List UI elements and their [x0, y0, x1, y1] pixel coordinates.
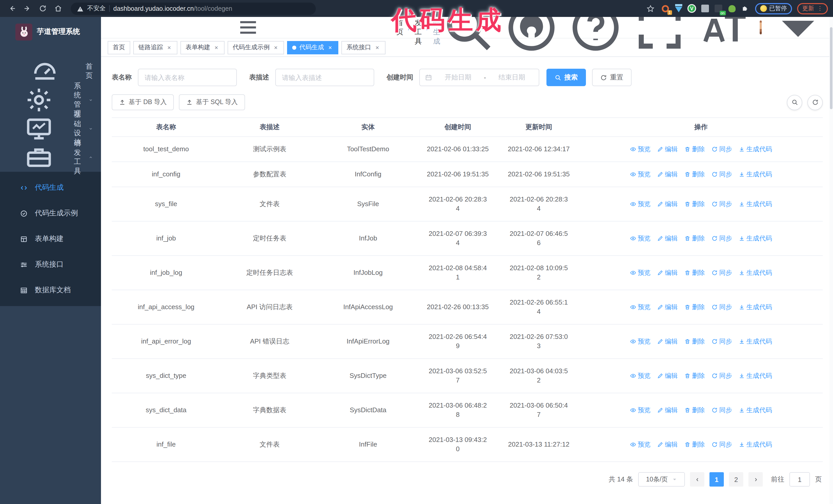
tab-trace[interactable]: 链路追踪×: [133, 41, 177, 54]
kebab-menu-icon[interactable]: ⋮: [817, 5, 823, 12]
delete-link[interactable]: 删除: [684, 234, 705, 243]
browser-forward-button[interactable]: [21, 2, 34, 15]
scrollbar-thumb[interactable]: [830, 27, 832, 109]
sync-link[interactable]: 同步: [712, 406, 732, 415]
tab-codegen-active[interactable]: 代码生成×: [287, 41, 338, 54]
extension-icon-gray[interactable]: [699, 3, 711, 14]
prev-page-button[interactable]: [690, 472, 704, 486]
generate-code-link[interactable]: 生成代码: [739, 234, 772, 243]
sidebar-item-infrastructure[interactable]: 基础设施: [0, 114, 101, 143]
preview-link[interactable]: 预览: [630, 234, 650, 243]
close-icon[interactable]: ×: [213, 44, 219, 51]
generate-code-link[interactable]: 生成代码: [739, 406, 772, 415]
sidebar-toggle-hamburger-icon[interactable]: [108, 17, 388, 38]
close-icon[interactable]: ×: [166, 44, 172, 51]
sync-link[interactable]: 同步: [712, 268, 732, 278]
delete-link[interactable]: 删除: [684, 337, 705, 346]
edit-link[interactable]: 编辑: [657, 170, 678, 179]
security-label[interactable]: 不安全: [87, 4, 105, 13]
sidebar-item-system-management[interactable]: 系统管理: [0, 86, 101, 114]
refresh-table-button[interactable]: [807, 95, 823, 110]
sidebar-item-db-doc[interactable]: 数据库文档: [0, 278, 101, 303]
sync-link[interactable]: 同步: [712, 170, 732, 179]
app-logo-row[interactable]: 芋道管理系统: [0, 17, 101, 47]
extension-icon-on[interactable]: on: [713, 3, 724, 14]
delete-link[interactable]: 删除: [684, 406, 705, 415]
sync-link[interactable]: 同步: [712, 440, 732, 449]
toggle-search-button[interactable]: [787, 95, 802, 110]
next-page-button[interactable]: [748, 472, 763, 486]
browser-reload-button[interactable]: [36, 2, 49, 15]
import-sql-button[interactable]: 基于 SQL 导入: [179, 94, 245, 110]
sync-link[interactable]: 同步: [712, 145, 732, 154]
preview-link[interactable]: 预览: [630, 268, 650, 278]
edit-link[interactable]: 编辑: [657, 371, 678, 380]
edit-link[interactable]: 编辑: [657, 234, 678, 243]
generate-code-link[interactable]: 生成代码: [739, 303, 772, 312]
preview-link[interactable]: 预览: [630, 337, 650, 346]
bookmark-star-icon[interactable]: [646, 4, 654, 13]
preview-link[interactable]: 预览: [630, 406, 650, 415]
edit-link[interactable]: 编辑: [657, 303, 678, 312]
sidebar-item-system-api[interactable]: 系统接口: [0, 252, 101, 278]
page-size-select[interactable]: 10条/页: [638, 472, 685, 486]
sync-link[interactable]: 同步: [712, 234, 732, 243]
address-bar[interactable]: 不安全 dashboard.yudao.iocoder.cn/tool/code…: [71, 2, 316, 15]
sidebar-item-form-builder[interactable]: 表单构建: [0, 226, 101, 252]
delete-link[interactable]: 删除: [684, 268, 705, 278]
generate-code-link[interactable]: 生成代码: [739, 337, 772, 346]
generate-code-link[interactable]: 生成代码: [739, 440, 772, 449]
extension-icon-v[interactable]: V: [686, 3, 697, 14]
paused-badge[interactable]: 已暂停: [755, 3, 792, 14]
delete-link[interactable]: 删除: [684, 440, 705, 449]
date-range-picker[interactable]: 开始日期 - 结束日期: [419, 69, 539, 86]
preview-link[interactable]: 预览: [630, 303, 650, 312]
delete-link[interactable]: 删除: [684, 371, 705, 380]
delete-link[interactable]: 删除: [684, 199, 705, 209]
goto-page-input[interactable]: [789, 472, 810, 486]
table-name-input[interactable]: [138, 69, 237, 86]
delete-link[interactable]: 删除: [684, 170, 705, 179]
edit-link[interactable]: 编辑: [657, 268, 678, 278]
end-date-placeholder[interactable]: 结束日期: [490, 73, 533, 82]
start-date-placeholder[interactable]: 开始日期: [436, 73, 480, 82]
extension-icon-orange[interactable]: 1: [660, 3, 671, 14]
browser-back-button[interactable]: [5, 2, 19, 15]
generate-code-link[interactable]: 生成代码: [739, 170, 772, 179]
preview-link[interactable]: 预览: [630, 145, 650, 154]
import-db-button[interactable]: 基于 DB 导入: [112, 94, 174, 110]
page-button-2[interactable]: 2: [729, 472, 743, 486]
edit-link[interactable]: 编辑: [657, 440, 678, 449]
tab-form-builder[interactable]: 表单构建×: [181, 41, 224, 54]
window-scrollbar[interactable]: [829, 17, 833, 504]
user-avatar[interactable]: [760, 21, 762, 34]
extension-icon-monkey[interactable]: [726, 3, 737, 14]
reset-button[interactable]: 重置: [592, 69, 632, 86]
edit-link[interactable]: 编辑: [657, 406, 678, 415]
browser-home-button[interactable]: [51, 2, 65, 15]
tab-home[interactable]: 首页: [108, 41, 130, 54]
close-icon[interactable]: ×: [273, 44, 279, 51]
search-button[interactable]: 搜索: [546, 69, 586, 86]
page-button-1[interactable]: 1: [710, 472, 724, 486]
sidebar-item-codegen[interactable]: 代码生成: [0, 175, 101, 200]
tab-codegen-example[interactable]: 代码生成示例×: [228, 41, 284, 54]
sync-link[interactable]: 同步: [712, 371, 732, 380]
sync-link[interactable]: 同步: [712, 303, 732, 312]
preview-link[interactable]: 预览: [630, 371, 650, 380]
table-desc-input[interactable]: [275, 69, 374, 86]
delete-link[interactable]: 删除: [684, 145, 705, 154]
preview-link[interactable]: 预览: [630, 199, 650, 209]
delete-link[interactable]: 删除: [684, 303, 705, 312]
generate-code-link[interactable]: 生成代码: [739, 145, 772, 154]
edit-link[interactable]: 编辑: [657, 337, 678, 346]
extensions-puzzle-icon[interactable]: [739, 3, 751, 14]
generate-code-link[interactable]: 生成代码: [739, 268, 772, 278]
sidebar-item-home[interactable]: 首页: [0, 57, 101, 86]
generate-code-link[interactable]: 生成代码: [739, 371, 772, 380]
close-icon[interactable]: ×: [327, 44, 333, 51]
edit-link[interactable]: 编辑: [657, 145, 678, 154]
sync-link[interactable]: 同步: [712, 199, 732, 209]
edit-link[interactable]: 编辑: [657, 199, 678, 209]
generate-code-link[interactable]: 生成代码: [739, 199, 772, 209]
